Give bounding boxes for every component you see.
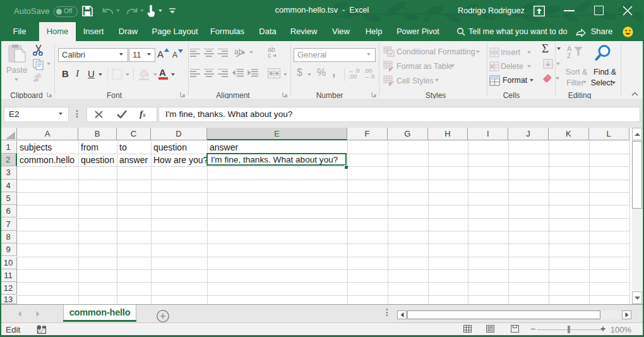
svg-text:c: c [268, 51, 271, 58]
svg-text:Z: Z [567, 52, 571, 59]
